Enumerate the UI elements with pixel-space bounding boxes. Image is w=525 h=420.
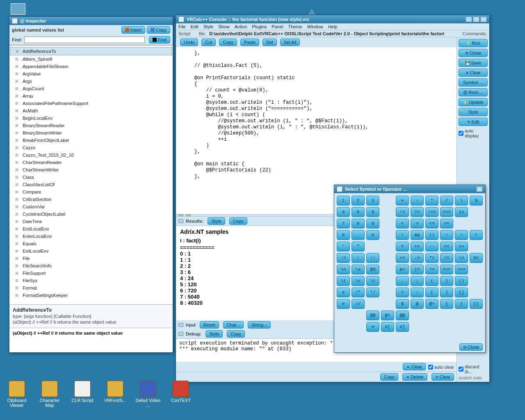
copy-button[interactable]: Copy	[147, 26, 170, 34]
symbol-button[interactable]: ===	[440, 207, 453, 217]
input-reset-button[interactable]: Reset	[200, 321, 219, 329]
symbol-button[interactable]: \=	[455, 253, 468, 263]
symbol-button[interactable]: >>=	[455, 265, 468, 274]
results-copy-button[interactable]: Copy	[229, 217, 247, 225]
symbol-button[interactable]: :=	[337, 253, 350, 263]
inspector-titlebar[interactable]: @ Inspector	[9, 17, 173, 25]
symbol-button[interactable]: [	[425, 288, 438, 297]
symbol-button[interactable]: %	[470, 196, 483, 205]
symbol-button[interactable]: }	[455, 299, 468, 309]
close-button[interactable]: ✕	[480, 16, 487, 22]
tree-item[interactable]: BeginLocalEnv	[10, 114, 172, 122]
selall-button[interactable]: Sel All	[280, 39, 300, 46]
tree-item[interactable]: AddReferenceTo	[10, 47, 172, 55]
tree-item[interactable]: CustomVar	[10, 203, 172, 210]
tree-item[interactable]: Compare	[10, 188, 172, 196]
tree-item[interactable]: ArgValue	[10, 70, 172, 78]
symbol-button[interactable]: <	[396, 219, 409, 228]
tree-item[interactable]: CycleIntoObjectLabel	[10, 210, 172, 218]
menu-item[interactable]: Panel	[272, 24, 283, 29]
symbol-button[interactable]: ~	[440, 230, 453, 240]
symbol-button[interactable]: :	[411, 288, 424, 297]
symbol-button[interactable]: ::	[366, 253, 379, 263]
desktop-icon[interactable]: Debut Video ...	[135, 381, 161, 408]
symbol-button[interactable]: '	[337, 242, 350, 251]
tree-item[interactable]: DateTime	[10, 218, 172, 225]
delete-button[interactable]: Del	[262, 39, 277, 46]
cut-button[interactable]: Cut	[201, 39, 216, 46]
symbol-button[interactable]: {}	[470, 299, 483, 309]
auto-display-checkbox[interactable]: auto display	[459, 128, 488, 138]
symbol-button[interactable]: <<=	[440, 265, 453, 274]
symbol-button[interactable]: ||	[425, 230, 438, 240]
symbol-button[interactable]: \t	[366, 276, 379, 286]
symbol-button[interactable]: \x	[352, 265, 365, 274]
close-button[interactable]: ⊘ Close	[459, 49, 488, 57]
copy-button[interactable]: Copy	[219, 39, 237, 46]
tree-view[interactable]: AddReferenceToAltiero_SpinelliAppendable…	[9, 46, 173, 304]
symbol-button[interactable]: ()	[455, 276, 468, 286]
expand-icon[interactable]	[178, 323, 183, 327]
symbol-titlebar[interactable]: Select Symbol or Operator ... ✕	[334, 185, 485, 193]
symbol-button[interactable]: !	[396, 230, 409, 240]
tree-item[interactable]: EnterLocalEnv	[10, 233, 172, 240]
edit-button[interactable]: ✎ Edit	[459, 118, 488, 126]
desktop-computer-icon[interactable]	[8, 3, 28, 15]
symbol-button[interactable]: \	[455, 196, 468, 205]
clear-button[interactable]: ✕ Clear	[459, 68, 488, 77]
symbol-button[interactable]: -=	[411, 253, 424, 263]
symbol-button[interactable]: >	[411, 219, 424, 228]
tree-item[interactable]: Array	[10, 92, 172, 100]
tree-item[interactable]: AssociatedFilePathnameSupport	[10, 100, 172, 107]
symbol-button[interactable]: $	[396, 299, 409, 309]
symbol-button[interactable]: 5	[352, 207, 365, 217]
symbol-button[interactable]: =	[396, 242, 409, 251]
symbol-button[interactable]: @@	[396, 310, 409, 320]
symbol-button[interactable]: ^=	[425, 265, 438, 274]
symbol-button[interactable]: is	[455, 207, 468, 217]
results-style-button[interactable]: Style	[208, 217, 225, 225]
symbol-button[interactable]: 2	[352, 196, 365, 205]
symbol-button[interactable]: #[	[381, 322, 394, 332]
symbol-button[interactable]: 7	[337, 219, 350, 228]
symbol-button[interactable]: 3	[366, 196, 379, 205]
tree-item[interactable]: Format	[10, 284, 172, 292]
symbol-button[interactable]: \t	[337, 276, 350, 286]
symbol-button[interactable]: ^	[470, 230, 483, 240]
symbol-button[interactable]: 6	[366, 207, 379, 217]
menu-item[interactable]: Edit	[191, 24, 199, 29]
tree-item[interactable]: FormatSettingsKeeper	[10, 292, 172, 299]
tree-item[interactable]: Cazzo	[10, 144, 172, 151]
menu-item[interactable]: File	[178, 24, 186, 29]
symbol-button[interactable]: +=	[396, 253, 409, 263]
symbol-button[interactable]: (	[425, 276, 438, 286]
expand-icon[interactable]	[178, 332, 183, 336]
symbol-button[interactable]: ?	[396, 288, 409, 297]
insert-button[interactable]: Insert	[121, 26, 146, 34]
symbol-button[interactable]: &=	[396, 265, 409, 274]
input-char-button[interactable]: Char...	[223, 321, 244, 329]
menu-item[interactable]: Action	[235, 24, 247, 29]
symbol-button[interactable]: |=	[411, 265, 424, 274]
symbol-button[interactable]: #]	[396, 322, 409, 332]
tree-item[interactable]: Class	[10, 173, 172, 181]
tree-item[interactable]: Args	[10, 78, 172, 85]
symbol-button[interactable]: )	[440, 276, 453, 286]
paste-button[interactable]: Paste	[240, 39, 259, 46]
desktop-icon[interactable]: Character Map	[37, 381, 62, 408]
symbol-button[interactable]: *	[425, 196, 438, 205]
menu-item[interactable]: Show	[218, 24, 230, 29]
symbol-button[interactable]: @^	[425, 299, 438, 309]
symbol-button[interactable]: @d	[366, 265, 379, 274]
symbol-button[interactable]: */	[366, 288, 379, 297]
symbol-button[interactable]: ,	[396, 276, 409, 286]
tree-item[interactable]: FileSys	[10, 277, 172, 284]
menu-item[interactable]: Style	[203, 24, 213, 29]
save-button[interactable]: 💾 Save	[459, 59, 488, 67]
symbol-button[interactable]: "	[352, 242, 365, 251]
tree-item[interactable]: FileSupport	[10, 269, 172, 277]
menu-item[interactable]: Help	[328, 24, 338, 29]
symbol-button[interactable]: @	[411, 299, 424, 309]
symbol-button[interactable]: -	[411, 196, 424, 205]
symbol-button[interactable]: \n	[337, 265, 350, 274]
